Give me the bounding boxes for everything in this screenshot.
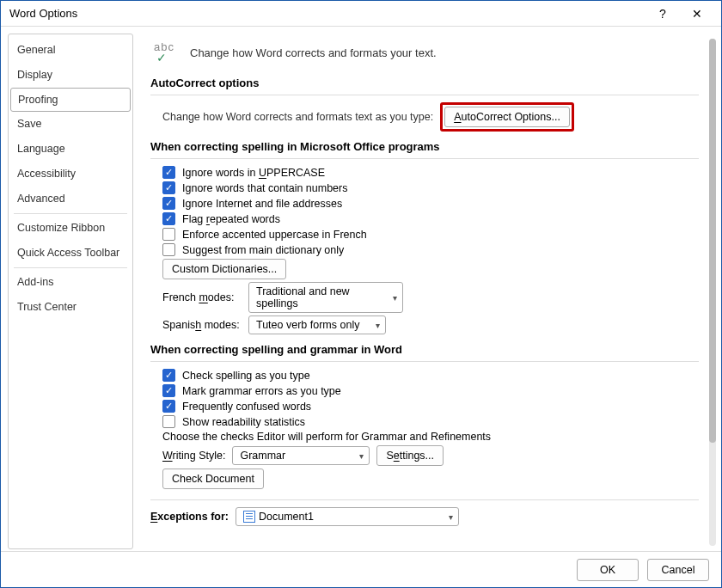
sidebar-item-language[interactable]: Language — [9, 137, 132, 162]
proofing-icon: abc ✓ — [152, 40, 178, 64]
scrollbar-thumb[interactable] — [709, 39, 716, 443]
document-icon — [243, 511, 255, 523]
checkbox-grammar-type[interactable] — [162, 384, 175, 397]
checkbox-main-dict-label: Suggest from main dictionary only — [182, 244, 344, 256]
section-autocorrect-title: AutoCorrect options — [150, 77, 699, 89]
footer: OK Cancel — [1, 551, 721, 587]
cancel-button[interactable]: Cancel — [647, 559, 709, 581]
scrollbar[interactable] — [709, 39, 716, 546]
exceptions-label: Exceptions for: — [150, 511, 229, 523]
checkbox-repeated[interactable] — [162, 212, 175, 225]
sidebar-item-trust-center[interactable]: Trust Center — [9, 295, 132, 320]
sidebar-item-general[interactable]: General — [9, 38, 132, 63]
french-modes-select[interactable]: Traditional and new spellings — [248, 282, 403, 313]
sidebar-item-accessibility[interactable]: Accessibility — [9, 162, 132, 187]
titlebar: Word Options ? ✕ — [1, 1, 721, 27]
french-modes-label: French modes: — [162, 291, 242, 303]
sidebar-item-addins[interactable]: Add-ins — [9, 270, 132, 295]
autocorrect-options-button[interactable]: AutoCorrect Options... — [444, 107, 570, 127]
writing-style-label: Writing Style: — [162, 450, 225, 462]
checkbox-confused[interactable] — [162, 400, 175, 413]
checkbox-french-accent[interactable] — [162, 228, 175, 241]
sidebar-item-advanced[interactable]: Advanced — [9, 187, 132, 211]
writing-style-select[interactable]: Grammar — [232, 446, 370, 465]
checkbox-readability-label: Show readability statistics — [182, 416, 305, 428]
checkbox-readability[interactable] — [162, 415, 175, 428]
spanish-modes-label: Spanish modes: — [162, 319, 242, 331]
sidebar: General Display Proofing Save Language A… — [8, 34, 133, 549]
autocorrect-highlight: AutoCorrect Options... — [440, 102, 574, 132]
check-document-button[interactable]: Check Document — [162, 469, 264, 489]
checkbox-numbers[interactable] — [162, 181, 175, 194]
checkbox-main-dict[interactable] — [162, 243, 175, 256]
checkbox-internet-label: Ignore Internet and file addresses — [182, 198, 342, 210]
sidebar-item-qat[interactable]: Quick Access Toolbar — [9, 241, 132, 266]
spanish-modes-select[interactable]: Tuteo verb forms only — [248, 315, 386, 334]
checkbox-internet[interactable] — [162, 197, 175, 210]
checkbox-confused-label: Frequently confused words — [182, 401, 311, 413]
autocorrect-label: Change how Word corrects and formats tex… — [162, 111, 433, 123]
checkbox-repeated-label: Flag repeated words — [182, 213, 280, 225]
help-button[interactable]: ? — [646, 2, 680, 26]
sidebar-item-proofing[interactable]: Proofing — [10, 88, 131, 112]
window-title: Word Options — [9, 7, 646, 20]
checkbox-grammar-type-label: Mark grammar errors as you type — [182, 385, 341, 397]
checkbox-spell-type[interactable] — [162, 369, 175, 382]
banner-text: Change how Word corrects and formats you… — [190, 46, 437, 59]
ok-button[interactable]: OK — [577, 559, 639, 581]
settings-button[interactable]: Settings... — [376, 445, 444, 466]
sidebar-item-save[interactable]: Save — [9, 112, 132, 137]
checkbox-numbers-label: Ignore words that contain numbers — [182, 182, 347, 194]
close-button[interactable]: ✕ — [680, 2, 714, 26]
checkbox-uppercase-label: Ignore words in UPPERCASE — [182, 167, 325, 179]
checkbox-french-accent-label: Enforce accented uppercase in French — [182, 229, 367, 241]
custom-dictionaries-button[interactable]: Custom Dictionaries... — [162, 259, 286, 279]
section-office-spell-title: When correcting spelling in Microsoft Of… — [150, 140, 699, 153]
content-pane: abc ✓ Change how Word corrects and forma… — [133, 27, 721, 551]
checkbox-uppercase[interactable] — [162, 166, 175, 179]
checkbox-spell-type-label: Check spelling as you type — [182, 370, 310, 382]
exceptions-select[interactable]: Document1 — [236, 507, 459, 526]
editor-label: Choose the checks Editor will perform fo… — [162, 431, 491, 443]
sidebar-item-customize-ribbon[interactable]: Customize Ribbon — [9, 216, 132, 241]
section-word-spell-title: When correcting spelling and grammar in … — [150, 343, 699, 356]
sidebar-item-display[interactable]: Display — [9, 63, 132, 88]
